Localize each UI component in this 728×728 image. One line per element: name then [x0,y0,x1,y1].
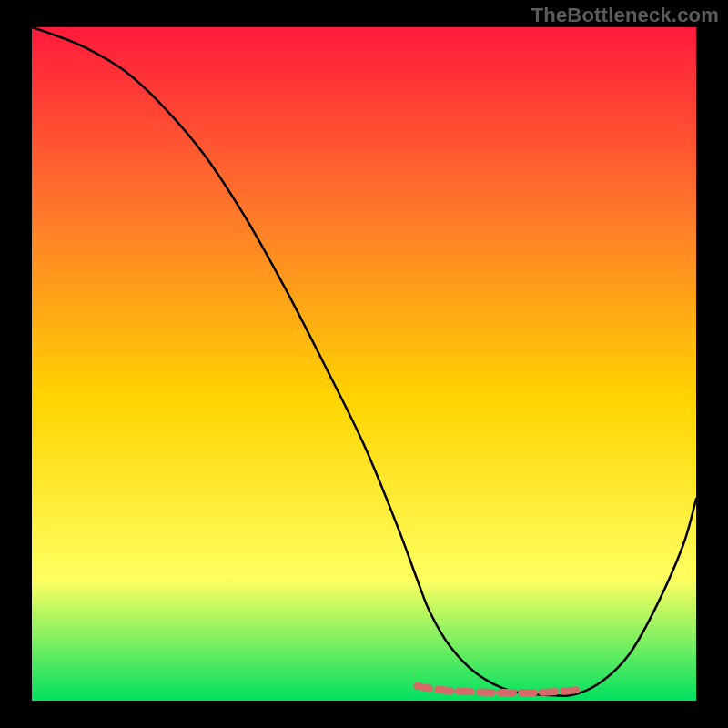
plot-area [32,27,696,701]
watermark-label: TheBottleneck.com [531,4,719,27]
plot-svg [32,27,696,701]
gradient-background [32,27,696,701]
chart-frame: TheBottleneck.com [0,0,728,728]
